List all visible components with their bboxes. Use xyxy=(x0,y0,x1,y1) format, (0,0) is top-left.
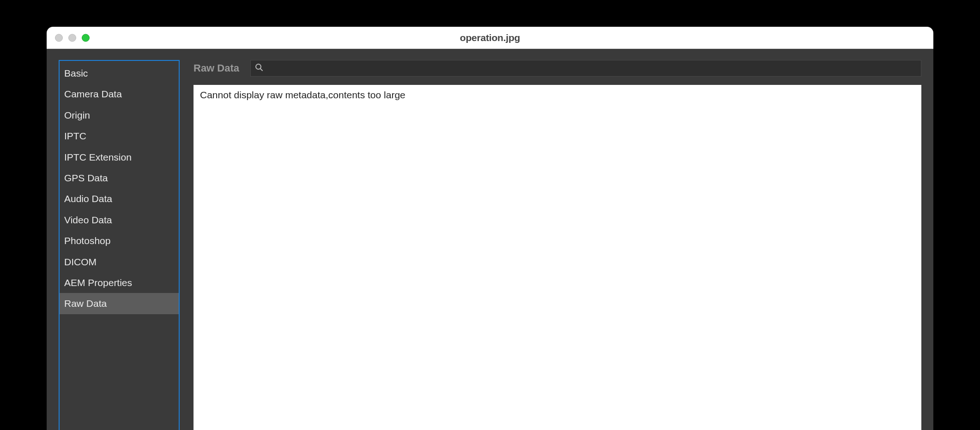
sidebar-item-photoshop[interactable]: Photoshop xyxy=(60,230,179,251)
window-controls xyxy=(55,34,90,42)
search-field-container[interactable] xyxy=(250,60,921,77)
close-window-button[interactable] xyxy=(55,34,63,42)
sidebar-item-camera-data[interactable]: Camera Data xyxy=(60,84,179,104)
svg-line-1 xyxy=(260,69,262,71)
app-window: operation.jpg Basic Camera Data Origin I… xyxy=(47,27,933,430)
window-title: operation.jpg xyxy=(47,32,933,43)
sidebar-item-iptc[interactable]: IPTC xyxy=(60,125,179,146)
sidebar-item-dicom[interactable]: DICOM xyxy=(60,251,179,272)
sidebar-item-iptc-extension[interactable]: IPTC Extension xyxy=(60,147,179,167)
sidebar: Basic Camera Data Origin IPTC IPTC Exten… xyxy=(59,60,180,430)
sidebar-item-aem-properties[interactable]: AEM Properties xyxy=(60,272,179,293)
sidebar-item-basic[interactable]: Basic xyxy=(60,63,179,84)
search-input[interactable] xyxy=(266,64,917,73)
content-area: Basic Camera Data Origin IPTC IPTC Exten… xyxy=(47,49,933,430)
sidebar-item-audio-data[interactable]: Audio Data xyxy=(60,188,179,209)
raw-data-error-message: Cannot display raw metadata,contents too… xyxy=(200,90,915,101)
sidebar-item-origin[interactable]: Origin xyxy=(60,105,179,125)
sidebar-item-gps-data[interactable]: GPS Data xyxy=(60,167,179,188)
minimize-window-button[interactable] xyxy=(68,34,76,42)
titlebar: operation.jpg xyxy=(47,27,933,49)
section-title: Raw Data xyxy=(194,62,239,74)
sidebar-item-raw-data[interactable]: Raw Data xyxy=(60,293,179,314)
raw-data-panel: Cannot display raw metadata,contents too… xyxy=(194,85,921,430)
sidebar-item-video-data[interactable]: Video Data xyxy=(60,209,179,230)
maximize-window-button[interactable] xyxy=(82,34,90,42)
search-icon xyxy=(254,63,264,74)
main-panel: Raw Data Cannot display raw metadata,con… xyxy=(194,60,921,430)
main-topbar: Raw Data xyxy=(194,60,921,77)
